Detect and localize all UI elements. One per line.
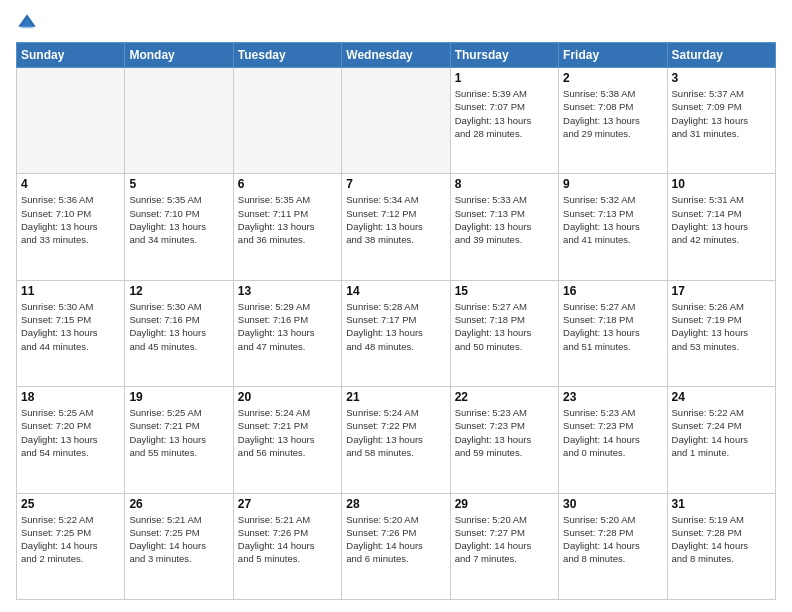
calendar-cell <box>342 68 450 174</box>
day-number: 18 <box>21 390 120 404</box>
day-number: 24 <box>672 390 771 404</box>
calendar-cell: 15Sunrise: 5:27 AM Sunset: 7:18 PM Dayli… <box>450 280 558 386</box>
day-info: Sunrise: 5:35 AM Sunset: 7:11 PM Dayligh… <box>238 193 337 246</box>
day-number: 11 <box>21 284 120 298</box>
day-info: Sunrise: 5:33 AM Sunset: 7:13 PM Dayligh… <box>455 193 554 246</box>
day-info: Sunrise: 5:19 AM Sunset: 7:28 PM Dayligh… <box>672 513 771 566</box>
calendar-cell: 3Sunrise: 5:37 AM Sunset: 7:09 PM Daylig… <box>667 68 775 174</box>
calendar-cell: 9Sunrise: 5:32 AM Sunset: 7:13 PM Daylig… <box>559 174 667 280</box>
calendar-cell: 4Sunrise: 5:36 AM Sunset: 7:10 PM Daylig… <box>17 174 125 280</box>
week-row-1: 1Sunrise: 5:39 AM Sunset: 7:07 PM Daylig… <box>17 68 776 174</box>
page: SundayMondayTuesdayWednesdayThursdayFrid… <box>0 0 792 612</box>
header <box>16 12 776 34</box>
calendar-cell <box>233 68 341 174</box>
calendar-cell: 14Sunrise: 5:28 AM Sunset: 7:17 PM Dayli… <box>342 280 450 386</box>
day-number: 21 <box>346 390 445 404</box>
day-info: Sunrise: 5:20 AM Sunset: 7:27 PM Dayligh… <box>455 513 554 566</box>
logo-icon <box>16 12 38 34</box>
day-info: Sunrise: 5:24 AM Sunset: 7:22 PM Dayligh… <box>346 406 445 459</box>
day-info: Sunrise: 5:24 AM Sunset: 7:21 PM Dayligh… <box>238 406 337 459</box>
day-number: 15 <box>455 284 554 298</box>
day-number: 10 <box>672 177 771 191</box>
calendar-cell: 31Sunrise: 5:19 AM Sunset: 7:28 PM Dayli… <box>667 493 775 599</box>
logo <box>16 12 42 34</box>
calendar-cell: 16Sunrise: 5:27 AM Sunset: 7:18 PM Dayli… <box>559 280 667 386</box>
calendar-cell: 19Sunrise: 5:25 AM Sunset: 7:21 PM Dayli… <box>125 387 233 493</box>
day-info: Sunrise: 5:37 AM Sunset: 7:09 PM Dayligh… <box>672 87 771 140</box>
day-info: Sunrise: 5:27 AM Sunset: 7:18 PM Dayligh… <box>455 300 554 353</box>
calendar-cell: 7Sunrise: 5:34 AM Sunset: 7:12 PM Daylig… <box>342 174 450 280</box>
weekday-header-friday: Friday <box>559 43 667 68</box>
day-info: Sunrise: 5:32 AM Sunset: 7:13 PM Dayligh… <box>563 193 662 246</box>
calendar-cell: 20Sunrise: 5:24 AM Sunset: 7:21 PM Dayli… <box>233 387 341 493</box>
day-info: Sunrise: 5:39 AM Sunset: 7:07 PM Dayligh… <box>455 87 554 140</box>
day-info: Sunrise: 5:29 AM Sunset: 7:16 PM Dayligh… <box>238 300 337 353</box>
calendar-cell: 17Sunrise: 5:26 AM Sunset: 7:19 PM Dayli… <box>667 280 775 386</box>
day-info: Sunrise: 5:28 AM Sunset: 7:17 PM Dayligh… <box>346 300 445 353</box>
calendar-cell: 1Sunrise: 5:39 AM Sunset: 7:07 PM Daylig… <box>450 68 558 174</box>
calendar-cell: 10Sunrise: 5:31 AM Sunset: 7:14 PM Dayli… <box>667 174 775 280</box>
calendar-cell: 25Sunrise: 5:22 AM Sunset: 7:25 PM Dayli… <box>17 493 125 599</box>
day-info: Sunrise: 5:35 AM Sunset: 7:10 PM Dayligh… <box>129 193 228 246</box>
week-row-5: 25Sunrise: 5:22 AM Sunset: 7:25 PM Dayli… <box>17 493 776 599</box>
weekday-header-thursday: Thursday <box>450 43 558 68</box>
calendar-cell: 6Sunrise: 5:35 AM Sunset: 7:11 PM Daylig… <box>233 174 341 280</box>
day-number: 23 <box>563 390 662 404</box>
calendar-cell: 26Sunrise: 5:21 AM Sunset: 7:25 PM Dayli… <box>125 493 233 599</box>
day-info: Sunrise: 5:36 AM Sunset: 7:10 PM Dayligh… <box>21 193 120 246</box>
day-info: Sunrise: 5:21 AM Sunset: 7:25 PM Dayligh… <box>129 513 228 566</box>
calendar-cell: 2Sunrise: 5:38 AM Sunset: 7:08 PM Daylig… <box>559 68 667 174</box>
day-number: 7 <box>346 177 445 191</box>
day-info: Sunrise: 5:27 AM Sunset: 7:18 PM Dayligh… <box>563 300 662 353</box>
day-number: 28 <box>346 497 445 511</box>
day-info: Sunrise: 5:25 AM Sunset: 7:20 PM Dayligh… <box>21 406 120 459</box>
day-info: Sunrise: 5:23 AM Sunset: 7:23 PM Dayligh… <box>455 406 554 459</box>
day-number: 5 <box>129 177 228 191</box>
calendar-cell <box>125 68 233 174</box>
calendar-table: SundayMondayTuesdayWednesdayThursdayFrid… <box>16 42 776 600</box>
day-info: Sunrise: 5:21 AM Sunset: 7:26 PM Dayligh… <box>238 513 337 566</box>
week-row-3: 11Sunrise: 5:30 AM Sunset: 7:15 PM Dayli… <box>17 280 776 386</box>
calendar-cell: 29Sunrise: 5:20 AM Sunset: 7:27 PM Dayli… <box>450 493 558 599</box>
day-info: Sunrise: 5:34 AM Sunset: 7:12 PM Dayligh… <box>346 193 445 246</box>
day-info: Sunrise: 5:26 AM Sunset: 7:19 PM Dayligh… <box>672 300 771 353</box>
day-number: 26 <box>129 497 228 511</box>
day-number: 12 <box>129 284 228 298</box>
calendar-cell: 5Sunrise: 5:35 AM Sunset: 7:10 PM Daylig… <box>125 174 233 280</box>
day-number: 16 <box>563 284 662 298</box>
weekday-header-tuesday: Tuesday <box>233 43 341 68</box>
calendar-cell: 18Sunrise: 5:25 AM Sunset: 7:20 PM Dayli… <box>17 387 125 493</box>
weekday-header-sunday: Sunday <box>17 43 125 68</box>
day-number: 14 <box>346 284 445 298</box>
calendar-cell: 23Sunrise: 5:23 AM Sunset: 7:23 PM Dayli… <box>559 387 667 493</box>
day-number: 1 <box>455 71 554 85</box>
day-info: Sunrise: 5:30 AM Sunset: 7:16 PM Dayligh… <box>129 300 228 353</box>
day-number: 13 <box>238 284 337 298</box>
day-number: 31 <box>672 497 771 511</box>
day-number: 25 <box>21 497 120 511</box>
calendar-cell: 30Sunrise: 5:20 AM Sunset: 7:28 PM Dayli… <box>559 493 667 599</box>
calendar-cell: 12Sunrise: 5:30 AM Sunset: 7:16 PM Dayli… <box>125 280 233 386</box>
weekday-header-wednesday: Wednesday <box>342 43 450 68</box>
weekday-header-monday: Monday <box>125 43 233 68</box>
day-number: 9 <box>563 177 662 191</box>
day-info: Sunrise: 5:22 AM Sunset: 7:25 PM Dayligh… <box>21 513 120 566</box>
day-info: Sunrise: 5:23 AM Sunset: 7:23 PM Dayligh… <box>563 406 662 459</box>
day-number: 2 <box>563 71 662 85</box>
day-number: 19 <box>129 390 228 404</box>
day-number: 30 <box>563 497 662 511</box>
day-number: 27 <box>238 497 337 511</box>
day-number: 4 <box>21 177 120 191</box>
calendar-cell: 13Sunrise: 5:29 AM Sunset: 7:16 PM Dayli… <box>233 280 341 386</box>
day-number: 20 <box>238 390 337 404</box>
week-row-4: 18Sunrise: 5:25 AM Sunset: 7:20 PM Dayli… <box>17 387 776 493</box>
day-number: 6 <box>238 177 337 191</box>
day-info: Sunrise: 5:25 AM Sunset: 7:21 PM Dayligh… <box>129 406 228 459</box>
day-info: Sunrise: 5:20 AM Sunset: 7:26 PM Dayligh… <box>346 513 445 566</box>
day-number: 3 <box>672 71 771 85</box>
calendar-cell: 24Sunrise: 5:22 AM Sunset: 7:24 PM Dayli… <box>667 387 775 493</box>
weekday-header-saturday: Saturday <box>667 43 775 68</box>
day-number: 29 <box>455 497 554 511</box>
day-info: Sunrise: 5:20 AM Sunset: 7:28 PM Dayligh… <box>563 513 662 566</box>
calendar-cell: 22Sunrise: 5:23 AM Sunset: 7:23 PM Dayli… <box>450 387 558 493</box>
